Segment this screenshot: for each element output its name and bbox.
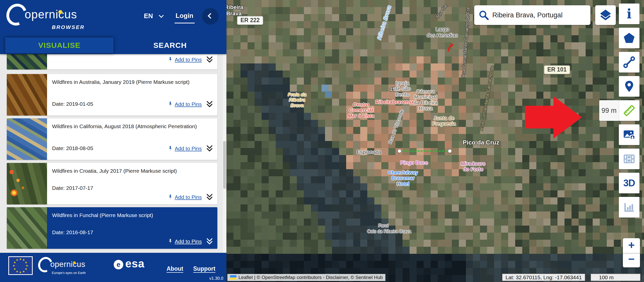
map-canvas <box>226 0 644 282</box>
eu-star-icon: ★ <box>25 261 27 264</box>
dataset-thumbnail <box>7 163 47 204</box>
pentagon-icon <box>623 31 636 45</box>
eu-star-icon: ★ <box>13 264 15 267</box>
timelapse-button[interactable] <box>619 149 639 169</box>
draw-polygon-button[interactable] <box>619 28 639 48</box>
chevron-down-icon <box>159 13 164 18</box>
eu-star-icon: ★ <box>26 264 28 267</box>
sidebar-footer: ★★★★★★★★★★★★ opernicus Europe's eyes on … <box>0 253 226 282</box>
view-3d-button[interactable]: 3D <box>619 173 639 193</box>
eu-star-icon: ★ <box>13 261 16 264</box>
sidebar: Add to PinsWildfires in Australia, Janua… <box>0 0 226 282</box>
tab-search[interactable]: SEARCH <box>114 37 226 53</box>
dataset-date: Date: 2018-08-05 <box>52 145 93 151</box>
add-to-pins-button[interactable]: Add to Pins <box>167 101 202 107</box>
theme-card-list: Add to PinsWildfires in Australia, Janua… <box>0 54 226 253</box>
dataset-date: Date: 2017-07-17 <box>52 185 93 191</box>
list-item[interactable]: Wildfires in Funchal (Pierre Markuse scr… <box>7 207 217 249</box>
chart-icon <box>623 201 636 214</box>
measure-endpoint[interactable] <box>448 149 452 153</box>
ukraine-flag-icon <box>230 275 236 280</box>
app-version: v1.30.0 <box>209 276 223 281</box>
add-to-pins-button[interactable]: Add to Pins <box>167 57 202 63</box>
zoom-out-button[interactable]: − <box>623 253 640 267</box>
login-underline <box>175 23 195 23</box>
sidebar-scrollbar-thumb[interactable] <box>223 141 226 189</box>
film-icon <box>623 152 636 165</box>
expand-chevron-icon[interactable] <box>205 238 214 245</box>
attribution-link[interactable]: Disclaimer <box>326 275 348 280</box>
dataset-title: Wildfires in Australia, January 2019 (Pi… <box>52 78 205 86</box>
measure-button[interactable] <box>619 100 639 121</box>
login-button[interactable]: Login <box>176 12 193 20</box>
place-marker-button[interactable] <box>619 76 639 97</box>
add-to-pins-button[interactable]: Add to Pins <box>167 146 202 152</box>
eu-star-icon: ★ <box>22 270 25 273</box>
about-link[interactable]: About <box>167 265 183 272</box>
ruler-icon <box>623 104 636 117</box>
list-item[interactable]: Wildfires in Australia, January 2019 (Pi… <box>7 74 217 116</box>
info-button[interactable]: i <box>619 4 639 24</box>
language-selector[interactable]: EN <box>144 12 153 20</box>
3d-icon: 3D <box>623 177 636 190</box>
support-link[interactable]: Support <box>193 265 215 272</box>
pushpin-icon <box>167 238 173 244</box>
histogram-button[interactable] <box>619 197 639 218</box>
copernicus-logo-dot-icon <box>58 10 62 14</box>
map-viewport[interactable]: RibeiraBravaER 222Ribeira BravaRua SaRua… <box>226 0 644 282</box>
pushpin-icon <box>167 57 173 63</box>
pushpin-icon <box>167 101 173 107</box>
zoom-control: + − <box>623 238 640 267</box>
draw-line-button[interactable] <box>619 52 639 73</box>
eu-star-icon: ★ <box>16 270 18 273</box>
sidebar-header: opernicus BROWSER EN Login VISUALISE SEA… <box>0 0 226 54</box>
dataset-date: Date: 2019-01-05 <box>52 101 93 107</box>
collapse-sidebar-button[interactable] <box>202 8 219 25</box>
zoom-in-button[interactable]: + <box>623 238 640 253</box>
add-to-pins-button[interactable]: Add to Pins <box>167 194 202 200</box>
expand-chevron-icon[interactable] <box>205 193 214 201</box>
eu-star-icon: ★ <box>19 271 22 274</box>
expand-chevron-icon[interactable] <box>205 145 214 152</box>
expand-chevron-icon[interactable] <box>205 56 214 63</box>
list-item[interactable]: Add to Pins <box>7 54 217 69</box>
layers-button[interactable] <box>595 5 616 25</box>
eu-star-icon: ★ <box>16 258 18 262</box>
measure-line <box>399 151 450 152</box>
attribution-link[interactable]: Sentinel Hub <box>355 275 383 280</box>
copernicus-footer-logo-text: opernicus <box>50 260 85 269</box>
dataset-date: Date: 2016-08-17 <box>52 229 93 235</box>
tab-visualise[interactable]: VISUALISE <box>5 37 114 53</box>
location-search <box>474 5 590 25</box>
eu-star-icon: ★ <box>25 267 27 271</box>
sidebar-scrollbar-track[interactable] <box>223 54 226 253</box>
expand-chevron-icon[interactable] <box>205 100 214 108</box>
search-input[interactable] <box>492 11 583 19</box>
image-download-icon <box>623 128 636 141</box>
list-item[interactable]: Wildfires in California, August 2018 (At… <box>7 118 217 160</box>
dataset-title: Wildfires in California, August 2018 (At… <box>52 122 205 130</box>
line-icon <box>623 56 636 69</box>
map-scale: 100 m <box>590 273 641 281</box>
map-attribution: Leaflet | © OpenStreetMap contributors -… <box>227 274 385 281</box>
pin-icon <box>623 80 636 93</box>
copernicus-logo-text: opernicus <box>25 8 77 21</box>
list-item[interactable]: Wildfires in Croatia, July 2017 (Pierre … <box>7 163 217 204</box>
esa-logo-icon: e <box>114 260 123 269</box>
attribution-link[interactable]: Leaflet <box>238 275 253 280</box>
chevron-left-icon <box>208 13 214 19</box>
add-to-pins-button[interactable]: Add to Pins <box>167 238 202 244</box>
pushpin-icon <box>167 146 173 152</box>
attribution-link[interactable]: OpenStreetMap contributors <box>262 275 322 280</box>
download-image-button[interactable] <box>619 124 639 145</box>
browser-label: BROWSER <box>52 24 85 30</box>
copernicus-browser-app: Add to PinsWildfires in Australia, Janua… <box>0 0 644 282</box>
layers-icon <box>599 9 612 22</box>
pushpin-icon <box>167 194 173 200</box>
info-icon: i <box>623 7 636 20</box>
search-icon <box>478 10 489 21</box>
measure-endpoint[interactable] <box>397 149 401 153</box>
eu-flag: ★★★★★★★★★★★★ <box>8 256 33 275</box>
eu-star-icon: ★ <box>19 258 22 261</box>
copernicus-tagline: Europe's eyes on Earth <box>52 271 86 275</box>
